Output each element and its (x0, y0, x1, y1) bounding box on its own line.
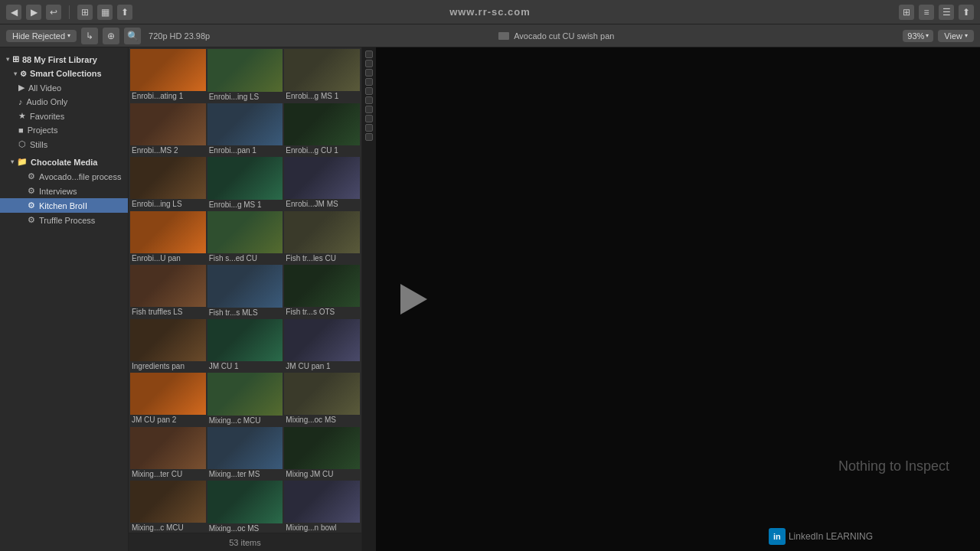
list-item[interactable]: Mixing...oc MS (207, 481, 283, 533)
back-btn[interactable]: ◀ (6, 5, 21, 20)
list-item[interactable]: Mixing...oc MS (284, 373, 360, 425)
zoom-level-btn[interactable]: 93% ▾ (903, 30, 933, 42)
clip-label: JM CU 1 (207, 361, 283, 371)
list-item[interactable]: Fish tr...s MLS (207, 265, 283, 318)
thumb-mixing-ter-ms (207, 427, 283, 470)
clip-label: Ingredients pan (130, 361, 206, 371)
thumb-enrobi-pan1 (207, 103, 283, 146)
filmstrip-checkbox-4[interactable] (365, 78, 373, 86)
append-btn[interactable]: ↳ (81, 28, 98, 44)
sidebar-item-kitchen-broll[interactable]: ⚙ Kitchen BroII (0, 198, 128, 213)
list-item[interactable]: Enrobi...ing LS (207, 49, 283, 102)
stills-label: Stills (30, 140, 47, 149)
list-item[interactable]: Enrobi...ing LS (130, 157, 206, 210)
linkedin-learning: in LinkedIn LEARNING (769, 528, 873, 545)
clip-label: Enrobi...g MS 1 (207, 200, 283, 210)
avocado-label: Avocado...file process (39, 172, 121, 181)
list-item[interactable]: Enrobi...pan 1 (207, 103, 283, 156)
resolution-label: 720p HD 23.98p (149, 31, 210, 41)
list-item[interactable]: Fish truffles LS (130, 265, 206, 318)
filmstrip-checkbox-1[interactable] (365, 51, 373, 58)
list-item[interactable]: Mixing...c MCU (130, 481, 206, 533)
undo-btn[interactable]: ↩ (46, 5, 61, 20)
top-toolbar: ◀ ▶ ↩ ⊞ ▦ ⬆ www.rr-sc.com ⊞ ≡ ☰ ⬆ (0, 0, 980, 24)
grid-view-icon[interactable]: ⊞ (899, 5, 914, 20)
clip-icon (498, 32, 509, 40)
clip-label: JM CU pan 1 (284, 361, 360, 371)
thumb-mixing-oc-ms2 (207, 481, 283, 523)
sidebar-item-truffle-process[interactable]: ⚙ Truffle Process (0, 213, 128, 227)
zoom-value: 93% (907, 31, 924, 41)
list-item[interactable]: Ingredients pan (130, 319, 206, 372)
detail-view-icon[interactable]: ☰ (939, 5, 954, 20)
sidebar-item-interviews[interactable]: ⚙ Interviews (0, 184, 128, 198)
list-item[interactable]: Fish s...ed CU (207, 211, 283, 264)
list-item[interactable]: JM CU pan 1 (284, 319, 360, 372)
clip-label: Fish truffles LS (130, 307, 206, 317)
list-item[interactable]: Enrobi...ating 1 (130, 49, 206, 102)
list-item[interactable]: Enrobi...JM MS (284, 157, 360, 210)
zoom-arrow-icon: ▾ (926, 32, 929, 39)
filmstrip-checkbox-8[interactable] (365, 115, 373, 122)
smart-collections-header[interactable]: ▾ ⚙ Smart Collections (0, 67, 128, 80)
filmstrip-checkbox-5[interactable] (365, 87, 373, 95)
projects-label: Projects (28, 126, 58, 135)
clip-label: Mixing...ter MS (207, 469, 283, 479)
sidebar-item-avocado[interactable]: ⚙ Avocado...file process (0, 169, 128, 184)
chocolate-media-triangle-icon: ▾ (11, 158, 14, 165)
library-icon[interactable]: ⊞ (77, 5, 93, 20)
filmstrip-checkbox-3[interactable] (365, 69, 373, 77)
favorites-icon: ★ (18, 111, 26, 121)
filmstrip-checkbox-10[interactable] (365, 133, 373, 141)
list-item[interactable]: Enrobi...MS 2 (130, 103, 206, 156)
filmstrip-checkbox-9[interactable] (365, 124, 373, 132)
filmstrip-checkbox-6[interactable] (365, 96, 373, 104)
list-item[interactable]: JM CU pan 2 (130, 373, 206, 425)
export-icon[interactable]: ⬆ (959, 5, 974, 20)
search-btn[interactable]: 🔍 (124, 28, 141, 44)
sidebar-item-favorites[interactable]: ★ Favorites (0, 109, 128, 123)
list-view-icon[interactable]: ≡ (919, 5, 934, 20)
media-icon[interactable]: ▦ (97, 5, 113, 20)
sidebar-item-projects[interactable]: ■ Projects (0, 123, 128, 137)
list-item[interactable]: Fish tr...s OTS (284, 265, 360, 318)
filmstrip-checkbox-7[interactable] (365, 106, 373, 113)
list-item[interactable]: Fish tr...les CU (284, 211, 360, 264)
library-header[interactable]: ▾ ⊞ 88 My First Library (0, 52, 128, 67)
all-video-icon: ▶ (18, 83, 24, 93)
clip-label: Enrobi...ing LS (207, 92, 283, 102)
chocolate-media-header[interactable]: ▾ 📁 Chocolate Media (0, 155, 128, 169)
hide-rejected-button[interactable]: Hide Rejected ▾ (6, 30, 77, 42)
list-item[interactable]: JM CU 1 (207, 319, 283, 372)
nothing-to-inspect: Nothing to Inspect (838, 458, 949, 474)
list-item[interactable]: Mixing...n bowl (284, 481, 360, 533)
list-item[interactable]: Mixing...ter MS (207, 427, 283, 480)
list-item[interactable]: Mixing JM CU (284, 427, 360, 480)
sidebar-item-all-video[interactable]: ▶ All Video (0, 80, 128, 95)
sidebar-item-stills[interactable]: ⬡ Stills (0, 137, 128, 152)
view-arrow-icon: ▾ (965, 32, 968, 39)
clip-label: Mixing...oc MS (284, 415, 360, 425)
list-item[interactable]: Enrobi...g CU 1 (284, 103, 360, 156)
audio-only-label: Audio Only (27, 97, 68, 106)
forward-btn[interactable]: ▶ (26, 5, 41, 20)
list-item[interactable]: Enrobi...g MS 1 (284, 49, 360, 102)
thumb-fish-trs-ots (284, 265, 360, 307)
favorites-label: Favorites (30, 112, 64, 121)
clip-label: Mixing...c MCU (130, 523, 206, 533)
list-item[interactable]: Enrobi...U pan (130, 211, 206, 264)
interviews-icon: ⚙ (28, 186, 35, 196)
list-item[interactable]: Mixing...c MCU (207, 373, 283, 425)
share-icon[interactable]: ⬆ (117, 5, 132, 20)
clip-label: Fish tr...les CU (284, 253, 360, 263)
thumb-enrobi-ms1 (284, 49, 360, 91)
sidebar-item-audio-only[interactable]: ♪ Audio Only (0, 95, 128, 109)
list-item[interactable]: Enrobi...g MS 1 (207, 157, 283, 210)
view-button[interactable]: View ▾ (938, 30, 974, 42)
list-item[interactable]: Mixing...ter CU (130, 427, 206, 480)
clip-label: Fish tr...s MLS (207, 308, 283, 318)
filmstrip-checkbox-2[interactable] (365, 60, 373, 67)
folder-icon: 📁 (17, 157, 28, 167)
insert-btn[interactable]: ⊕ (103, 28, 119, 44)
library-count: 88 (22, 55, 31, 64)
